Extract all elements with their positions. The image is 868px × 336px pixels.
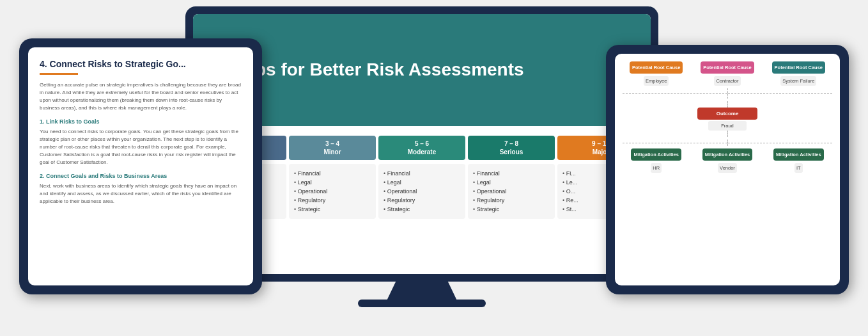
connector-vert-2 xyxy=(727,131,728,137)
connector-row-bottom xyxy=(623,140,832,146)
root-cause-sub-3: System Failure xyxy=(780,76,816,86)
diagram: Potential Root Cause Employee Potential … xyxy=(623,61,832,278)
outcome-box: Outcome xyxy=(697,108,758,120)
mitigation-box-1: Mitigation Activities xyxy=(631,148,681,161)
diagram-outcome-section: Outcome Fraud xyxy=(623,101,832,137)
tablet-left-underline xyxy=(40,73,78,75)
risk-col-body-4: FinancialLegalOperationalRegulatoryStrat… xyxy=(468,164,555,219)
diagram-col-2: Potential Root Cause Contractor xyxy=(694,61,761,86)
mitigation-box-3: Mitigation Activities xyxy=(773,148,824,161)
tablet-left-section2-title: 2. Connect Goals and Risks to Business A… xyxy=(40,173,242,179)
root-cause-box-1: Potential Root Cause xyxy=(630,61,683,74)
mitigation-sub-1: HR xyxy=(651,163,662,173)
tablet-left-section2-body: Next, work with business areas to identi… xyxy=(40,182,242,205)
col-header-3: 5 – 6Moderate xyxy=(378,136,465,160)
root-cause-sub-2: Contractor xyxy=(714,76,740,86)
diagram-top-section: Potential Root Cause Employee Potential … xyxy=(623,61,832,86)
connector-row-top xyxy=(623,88,832,99)
diagram-col-3: Potential Root Cause System Failure xyxy=(765,61,832,86)
col-header-4: 7 – 8Serious xyxy=(468,136,555,160)
risk-col-body-3: FinancialLegalOperationalRegulatoryStrat… xyxy=(378,164,465,219)
diagram-col-1: Potential Root Cause Employee xyxy=(623,61,690,86)
diagram-bottom-section: Mitigation Activities HR Mitigation Acti… xyxy=(623,148,832,173)
risk-table-header: 1 – 2Insignificant 3 – 4Minor 5 – 6Moder… xyxy=(199,136,644,160)
root-cause-sub-1: Employee xyxy=(644,76,669,86)
diagram-col-bot-3: Mitigation Activities IT xyxy=(765,148,832,173)
col-header-2: 3 – 4Minor xyxy=(289,136,376,160)
outcome-label: Fraud xyxy=(708,121,747,131)
tablet-left-section1-title: 1. Link Risks to Goals xyxy=(40,118,242,125)
mitigation-sub-2: Vendor xyxy=(718,163,737,173)
tablet-left-frame: 4. Connect Risks to Strategic Go... Gett… xyxy=(19,38,262,294)
tablet-right-frame: Potential Root Cause Employee Potential … xyxy=(606,45,849,294)
tablet-left: 4. Connect Risks to Strategic Go... Gett… xyxy=(19,38,262,294)
mitigation-box-2: Mitigation Activities xyxy=(702,148,753,161)
tablet-left-title: 4. Connect Risks to Strategic Go... xyxy=(40,59,242,69)
tablet-left-body1: Getting an accurate pulse on strategic i… xyxy=(40,81,242,112)
diagram-col-bot-1: Mitigation Activities HR xyxy=(623,148,690,173)
monitor-base xyxy=(358,300,486,307)
diagram-col-bot-2: Mitigation Activities Vendor xyxy=(694,148,761,173)
mitigation-sub-3: IT xyxy=(794,163,803,173)
tablet-left-section1-body: You need to connect risks to corporate g… xyxy=(40,128,242,166)
root-cause-box-3: Potential Root Cause xyxy=(772,61,825,74)
scene: 5 Steps for Better Risk Assessments 1 – … xyxy=(0,0,868,336)
root-cause-box-2: Potential Root Cause xyxy=(701,61,754,74)
tablet-right-screen: Potential Root Cause Employee Potential … xyxy=(615,54,840,285)
risk-table-body: FinancialLegalOperationalRegulatoryStrat… xyxy=(199,164,644,219)
risk-col-body-2: FinancialLegalOperationalRegulatoryStrat… xyxy=(289,164,376,219)
tablet-left-screen: 4. Connect Risks to Strategic Go... Gett… xyxy=(28,47,253,285)
connector-vert-1 xyxy=(727,101,728,108)
tablet-right: Potential Root Cause Employee Potential … xyxy=(606,45,849,294)
